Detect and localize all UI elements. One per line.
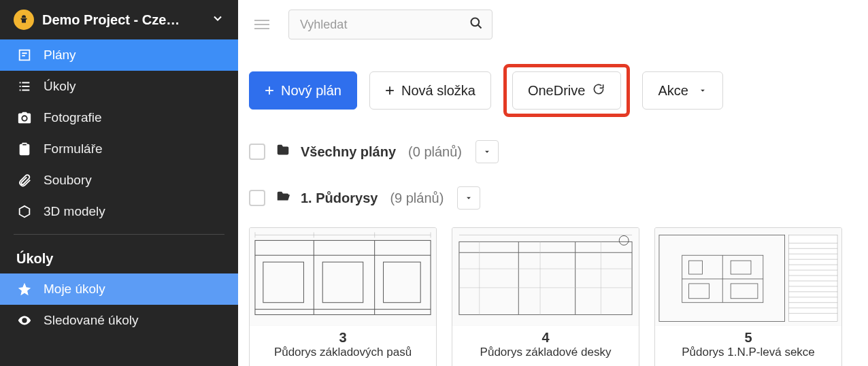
plus-icon: + xyxy=(265,82,274,99)
plan-name: Půdorys základových pasů xyxy=(255,346,431,359)
svg-point-1 xyxy=(471,18,480,27)
search-box xyxy=(288,10,493,39)
plan-thumbnail xyxy=(655,228,841,326)
highlight-annotation: OneDrive xyxy=(503,64,630,117)
app-logo-icon xyxy=(14,10,34,30)
search-icon xyxy=(469,16,483,33)
folder-dropdown-button[interactable] xyxy=(457,186,480,210)
sync-icon xyxy=(592,82,605,99)
chevron-down-icon xyxy=(211,12,224,28)
sidebar-section-label: Úkoly xyxy=(0,242,238,273)
folder-count: (0 plánů) xyxy=(408,144,462,160)
plan-number: 5 xyxy=(661,330,836,346)
nav-label: Formuláře xyxy=(44,142,103,156)
paperclip-icon xyxy=(16,173,33,188)
topbar xyxy=(249,10,852,39)
search-input[interactable] xyxy=(288,10,493,39)
star-icon xyxy=(16,282,33,297)
svg-rect-38 xyxy=(789,235,837,321)
nav-label: Úkoly xyxy=(44,79,76,94)
sub-nav: Moje úkoly Sledované úkoly xyxy=(0,273,238,336)
main-content: + Nový plán + Nová složka OneDrive Akce xyxy=(238,0,868,366)
hamburger-menu-icon[interactable] xyxy=(249,13,275,36)
plan-card[interactable]: 3 Půdorys základových pasů xyxy=(249,227,437,366)
nav-label: 3D modely xyxy=(44,204,105,219)
plan-thumbnail xyxy=(452,228,639,326)
camera-icon xyxy=(16,110,33,125)
list-icon xyxy=(16,79,33,94)
button-label: Akce xyxy=(658,83,688,99)
caret-down-icon xyxy=(698,83,707,99)
plan-card[interactable]: 4 Půdorys základové desky xyxy=(452,227,639,366)
folder-dropdown-button[interactable] xyxy=(475,140,499,163)
folder-row-all-plans: Všechny plány (0 plánů) xyxy=(249,140,852,163)
subnav-item-watched-tasks[interactable]: Sledované úkoly xyxy=(0,305,238,336)
main-nav: Plány Úkoly Fotografie Formuláře Soubory xyxy=(0,39,238,227)
project-title: Demo Project - Cze… xyxy=(42,12,203,28)
blueprint-icon xyxy=(16,48,33,63)
cube-icon xyxy=(16,204,33,219)
eye-icon xyxy=(16,313,33,328)
nav-label: Sledované úkoly xyxy=(44,313,138,328)
nav-item-forms[interactable]: Formuláře xyxy=(0,133,238,165)
svg-rect-17 xyxy=(452,229,639,326)
subnav-item-my-tasks[interactable]: Moje úkoly xyxy=(0,273,238,305)
nav-item-plans[interactable]: Plány xyxy=(0,39,238,71)
button-label: OneDrive xyxy=(528,83,585,99)
button-label: Nový plán xyxy=(281,83,341,99)
button-label: Nová složka xyxy=(401,83,475,99)
nav-item-tasks[interactable]: Úkoly xyxy=(0,71,238,102)
clipboard-icon xyxy=(16,142,33,156)
plan-name: Půdorys základové desky xyxy=(458,346,633,359)
plan-cards: 3 Půdorys základových pasů xyxy=(249,227,852,366)
folder-count: (9 plánů) xyxy=(390,190,444,206)
folder-icon xyxy=(275,143,291,161)
nav-label: Moje úkoly xyxy=(44,282,105,297)
project-switcher[interactable]: Demo Project - Cze… xyxy=(0,0,238,39)
nav-label: Plány xyxy=(44,48,76,63)
toolbar: + Nový plán + Nová složka OneDrive Akce xyxy=(249,64,852,117)
nav-label: Soubory xyxy=(44,173,92,188)
new-folder-button[interactable]: + Nová složka xyxy=(369,71,491,110)
nav-label: Fotografie xyxy=(44,110,102,125)
actions-button[interactable]: Akce xyxy=(642,71,722,110)
folder-name[interactable]: Všechny plány xyxy=(301,144,396,160)
folder-name[interactable]: 1. Půdorysy xyxy=(301,190,378,206)
svg-line-2 xyxy=(478,25,482,29)
folder-row-floorplans: 1. Půdorysy (9 plánů) xyxy=(249,186,852,210)
new-plan-button[interactable]: + Nový plán xyxy=(249,71,357,110)
plan-card[interactable]: 5 Půdorys 1.N.P-levá sekce xyxy=(654,227,842,366)
plan-number: 3 xyxy=(255,330,431,346)
plan-thumbnail xyxy=(250,228,436,326)
folder-checkbox[interactable] xyxy=(249,144,265,160)
plan-number: 4 xyxy=(458,330,633,346)
plan-name: Půdorys 1.N.P-levá sekce xyxy=(661,346,836,359)
sidebar: Demo Project - Cze… Plány Úkoly Fotograf… xyxy=(0,0,238,366)
nav-item-photos[interactable]: Fotografie xyxy=(0,102,238,133)
nav-item-3dmodels[interactable]: 3D modely xyxy=(0,196,238,227)
plus-icon: + xyxy=(385,82,395,99)
folder-checkbox[interactable] xyxy=(249,190,265,206)
svg-rect-3 xyxy=(250,229,436,326)
nav-item-files[interactable]: Soubory xyxy=(0,165,238,196)
folder-open-icon xyxy=(275,189,291,207)
onedrive-button[interactable]: OneDrive xyxy=(512,71,621,110)
sidebar-divider xyxy=(14,234,224,235)
